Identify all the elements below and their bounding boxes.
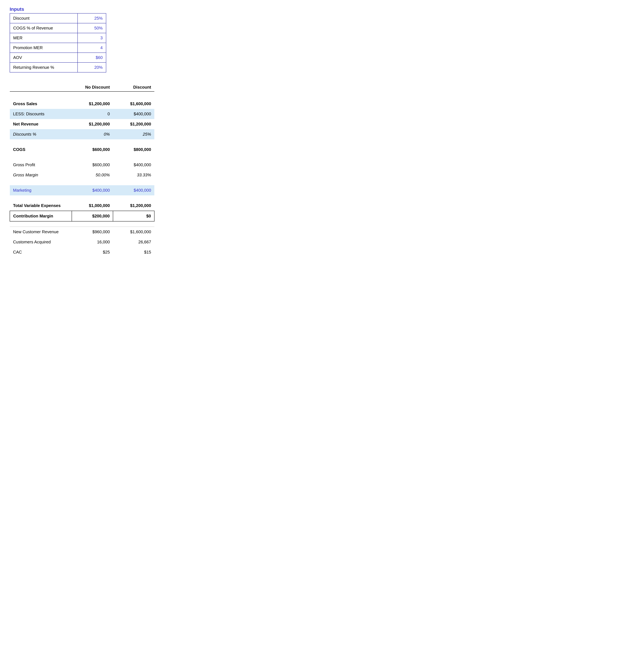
no-discount-total-variable: $1,000,000 (72, 200, 113, 211)
row-marketing: Marketing $400,000 $400,000 (10, 185, 154, 195)
discount-marketing: $400,000 (113, 185, 154, 195)
inputs-table: Discount 25% COGS % of Revenue 50% MER 3… (10, 13, 106, 73)
label-total-variable: Total Variable Expenses (10, 200, 72, 211)
input-value-discount: 25% (78, 13, 106, 23)
discount-net-revenue: $1,200,000 (113, 119, 154, 129)
label-customers-acquired: Customers Acquired (10, 237, 72, 247)
row-cogs: COGS $600,000 $800,000 (10, 145, 154, 155)
input-row-aov: AOV $60 (10, 53, 106, 63)
label-contribution-margin: Contribution Margin (10, 211, 72, 221)
input-label-mer: MER (10, 33, 78, 43)
row-cac: CAC $25 $15 (10, 247, 154, 257)
spacer-after-header (10, 91, 154, 97)
discount-less-discounts: $400,000 (113, 109, 154, 119)
label-cogs: COGS (10, 145, 72, 155)
spacer-4 (10, 195, 154, 200)
no-discount-cac: $25 (72, 247, 113, 257)
label-gross-sales: Gross Sales (10, 97, 72, 109)
header-label (10, 82, 72, 91)
label-net-revenue: Net Revenue (10, 119, 72, 129)
input-row-promotion-mer: Promotion MER 4 (10, 43, 106, 53)
row-total-variable: Total Variable Expenses $1,000,000 $1,20… (10, 200, 154, 211)
no-discount-marketing: $400,000 (72, 185, 113, 195)
header-row: No Discount Discount (10, 82, 154, 91)
no-discount-contribution-margin: $200,000 (72, 211, 113, 221)
row-less-discounts: LESS: Discounts 0 $400,000 (10, 109, 154, 119)
input-label-cogs: COGS % of Revenue (10, 23, 78, 33)
discount-customers-acquired: 26,667 (113, 237, 154, 247)
spacer-5 (10, 221, 154, 227)
input-label-promotion-mer: Promotion MER (10, 43, 78, 53)
discount-cac: $15 (113, 247, 154, 257)
discount-discounts-pct: 25% (113, 129, 154, 139)
discount-contribution-margin: $0 (113, 211, 154, 221)
label-cac: CAC (10, 247, 72, 257)
discount-cogs: $800,000 (113, 145, 154, 155)
inputs-section: Inputs Discount 25% COGS % of Revenue 50… (10, 6, 608, 73)
row-gross-profit: Gross Profit $600,000 $400,000 (10, 160, 154, 170)
label-less-discounts: LESS: Discounts (10, 109, 72, 119)
row-customers-acquired: Customers Acquired 16,000 26,667 (10, 237, 154, 247)
main-table-section: No Discount Discount Gross Sales $1,200,… (10, 82, 608, 257)
input-value-returning-revenue: 20% (78, 63, 106, 72)
discount-gross-sales: $1,600,000 (113, 97, 154, 109)
input-value-promotion-mer: 4 (78, 43, 106, 53)
no-discount-gross-margin: 50.00% (72, 170, 113, 180)
spacer-1 (10, 139, 154, 145)
label-marketing: Marketing (10, 185, 72, 195)
spacer-3 (10, 180, 154, 185)
no-discount-cogs: $600,000 (72, 145, 113, 155)
row-contribution-margin: Contribution Margin $200,000 $0 (10, 211, 154, 221)
input-row-cogs: COGS % of Revenue 50% (10, 23, 106, 33)
discount-new-customer-revenue: $1,600,000 (113, 227, 154, 237)
input-value-aov: $60 (78, 53, 106, 63)
no-discount-gross-sales: $1,200,000 (72, 97, 113, 109)
header-no-discount: No Discount (72, 82, 113, 91)
row-gross-sales: Gross Sales $1,200,000 $1,600,000 (10, 97, 154, 109)
input-row-returning-revenue: Returning Revenue % 20% (10, 63, 106, 72)
label-discounts-pct: Discounts % (10, 129, 72, 139)
input-label-discount: Discount (10, 13, 78, 23)
no-discount-new-customer-revenue: $960,000 (72, 227, 113, 237)
input-label-aov: AOV (10, 53, 78, 63)
input-row-discount: Discount 25% (10, 13, 106, 23)
spacer-2 (10, 155, 154, 160)
label-new-customer-revenue: New Customer Revenue (10, 227, 72, 237)
no-discount-less-discounts: 0 (72, 109, 113, 119)
row-net-revenue: Net Revenue $1,200,000 $1,200,000 (10, 119, 154, 129)
no-discount-net-revenue: $1,200,000 (72, 119, 113, 129)
row-new-customer-revenue: New Customer Revenue $960,000 $1,600,000 (10, 227, 154, 237)
no-discount-customers-acquired: 16,000 (72, 237, 113, 247)
input-label-returning-revenue: Returning Revenue % (10, 63, 78, 72)
input-row-mer: MER 3 (10, 33, 106, 43)
no-discount-gross-profit: $600,000 (72, 160, 113, 170)
discount-gross-margin: 33.33% (113, 170, 154, 180)
discount-total-variable: $1,200,000 (113, 200, 154, 211)
discount-gross-profit: $400,000 (113, 160, 154, 170)
label-gross-margin: Gross Margin (10, 170, 72, 180)
input-value-mer: 3 (78, 33, 106, 43)
main-table: No Discount Discount Gross Sales $1,200,… (10, 82, 154, 257)
input-value-cogs: 50% (78, 23, 106, 33)
inputs-title: Inputs (10, 6, 608, 12)
row-discounts-pct: Discounts % 0% 25% (10, 129, 154, 139)
header-discount: Discount (113, 82, 154, 91)
row-gross-margin: Gross Margin 50.00% 33.33% (10, 170, 154, 180)
no-discount-discounts-pct: 0% (72, 129, 113, 139)
label-gross-profit: Gross Profit (10, 160, 72, 170)
